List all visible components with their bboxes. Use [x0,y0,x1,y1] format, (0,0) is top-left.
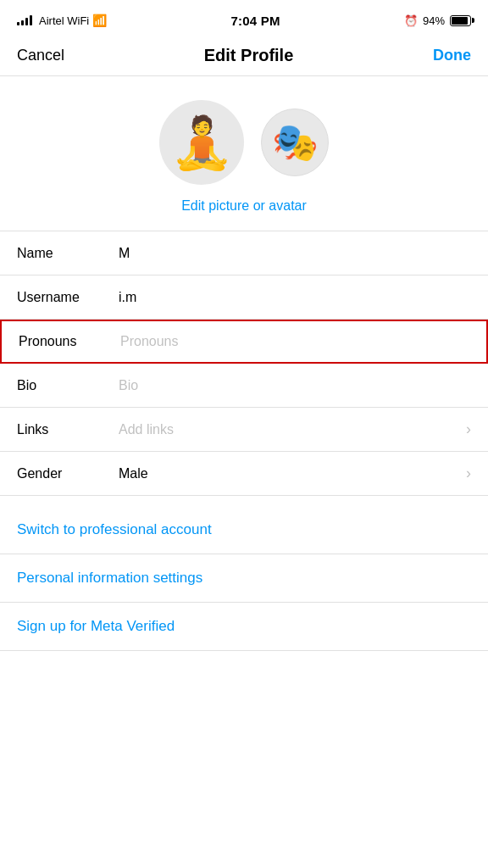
status-left: Airtel WiFi 📶 [17,14,107,27]
bio-row[interactable]: Bio Bio [0,364,488,408]
carrier-label: Airtel WiFi [39,14,89,27]
links-row[interactable]: Links Add links › [0,408,488,452]
nav-bar: Cancel Edit Profile Done [0,37,488,76]
name-value[interactable]: M [119,246,471,261]
profile-picture[interactable]: 🧘 [159,100,244,185]
link-section: Switch to professional account Personal … [0,506,488,651]
cancel-button[interactable]: Cancel [17,47,64,64]
pronouns-row[interactable]: Pronouns Pronouns [0,320,488,364]
done-button[interactable]: Done [433,47,471,64]
pronouns-label: Pronouns [19,334,120,349]
personal-info-link[interactable]: Personal information settings [17,570,202,586]
username-row[interactable]: Username i.m [0,275,488,320]
battery-icon [450,15,471,26]
alarm-icon: ⏰ [404,14,418,27]
gender-chevron-icon: › [466,465,471,482]
bio-input[interactable]: Bio [119,378,471,393]
switch-professional-row[interactable]: Switch to professional account [0,506,488,554]
links-chevron-icon: › [466,420,471,438]
name-label: Name [17,246,119,261]
avatar-row: 🧘 🎭 [159,100,329,185]
page-title: Edit Profile [204,46,294,65]
switch-professional-link[interactable]: Switch to professional account [17,521,212,537]
avatar-memoji[interactable]: 🎭 [261,108,329,176]
avatar-section: 🧘 🎭 Edit picture or avatar [0,76,488,231]
gender-value[interactable]: Male [119,466,459,481]
wifi-icon: 📶 [92,14,107,27]
username-value[interactable]: i.m [119,290,471,305]
bio-label: Bio [17,378,119,393]
gender-label: Gender [17,466,119,481]
status-right: ⏰ 94% [404,14,471,27]
pronouns-input[interactable]: Pronouns [120,334,469,349]
status-time: 7:04 PM [231,14,280,28]
personal-info-row[interactable]: Personal information settings [0,554,488,603]
meta-verified-row[interactable]: Sign up for Meta Verified [0,603,488,651]
username-label: Username [17,290,119,305]
signal-icon [17,15,32,25]
gender-row[interactable]: Gender Male › [0,452,488,496]
links-label: Links [17,422,119,437]
meta-verified-link[interactable]: Sign up for Meta Verified [17,618,175,634]
name-row[interactable]: Name M [0,231,488,275]
links-value[interactable]: Add links [119,422,459,437]
battery-percent: 94% [423,14,445,27]
status-bar: Airtel WiFi 📶 7:04 PM ⏰ 94% [0,0,488,37]
edit-picture-link[interactable]: Edit picture or avatar [181,198,307,214]
form-section: Name M Username i.m Pronouns Pronouns Bi… [0,231,488,496]
